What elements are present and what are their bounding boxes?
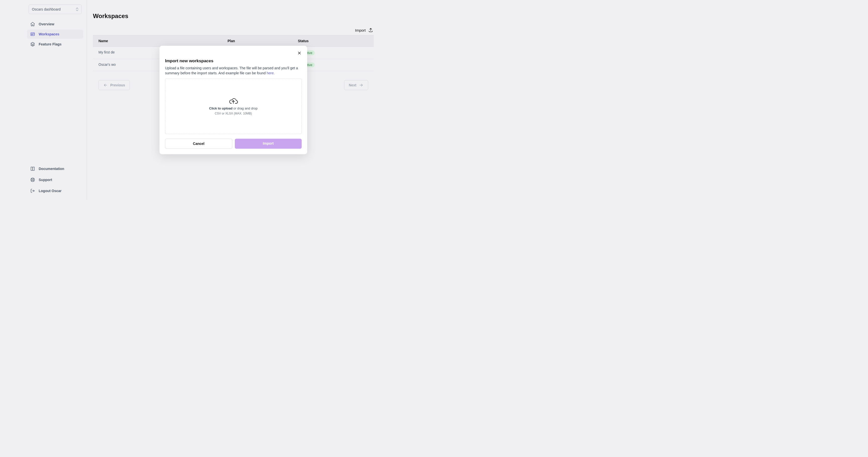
cancel-button[interactable]: Cancel <box>165 139 232 149</box>
sidebar-item-logout[interactable]: Logout Oscar <box>27 186 83 195</box>
column-header-status: Status <box>298 39 368 43</box>
sidebar-item-label: Logout Oscar <box>39 189 62 193</box>
lifebuoy-icon <box>30 177 35 182</box>
account-selector-label: Oscars dashboard <box>32 7 61 11</box>
import-modal: Import new workspaces Upload a file cont… <box>159 46 307 154</box>
import-submit-button[interactable]: Import <box>235 139 302 149</box>
cell-status: Active <box>298 63 368 68</box>
sidebar-item-label: Workspaces <box>39 32 59 36</box>
close-icon <box>297 51 302 55</box>
table-header-row: Name Plan Status <box>93 35 374 47</box>
sidebar-item-documentation[interactable]: Documentation <box>27 164 83 173</box>
sidebar-bottom: Documentation Support Logout Oscar <box>27 164 83 195</box>
previous-button-label: Previous <box>110 83 125 87</box>
page-title: Workspaces <box>93 12 374 20</box>
upload-instruction: Click to upload or drag and drop <box>209 106 258 110</box>
account-selector[interactable]: Oscars dashboard <box>29 4 82 14</box>
layers-icon <box>30 42 35 47</box>
arrow-right-icon <box>359 83 364 87</box>
sidebar-item-label: Feature Flags <box>39 42 62 46</box>
previous-button[interactable]: Previous <box>98 80 130 90</box>
sidebar-item-support[interactable]: Support <box>27 175 83 184</box>
upload-dropzone[interactable]: Click to upload or drag and drop CSV or … <box>165 78 302 134</box>
sidebar: Oscars dashboard Overview Workspaces <box>0 0 87 200</box>
svg-point-1 <box>32 34 32 34</box>
column-header-plan: Plan <box>227 39 298 43</box>
sidebar-item-label: Documentation <box>39 167 64 171</box>
sidebar-item-workspaces[interactable]: Workspaces <box>27 30 83 39</box>
import-button-label: Import <box>355 28 366 32</box>
upload-constraints: CSV or XLSX (MAX. 10MB) <box>215 112 252 115</box>
modal-actions: Cancel Import <box>165 139 302 149</box>
next-button[interactable]: Next <box>344 80 368 90</box>
sidebar-item-label: Support <box>39 178 52 182</box>
modal-description: Upload a file containing users and works… <box>165 66 302 76</box>
book-icon <box>30 166 35 171</box>
id-card-icon <box>30 32 35 37</box>
sidebar-nav: Overview Workspaces Feature Flags <box>27 20 83 49</box>
close-button[interactable] <box>165 51 302 55</box>
sidebar-item-feature-flags[interactable]: Feature Flags <box>27 40 83 49</box>
home-icon <box>30 22 35 27</box>
main-content: Workspaces Import Name Plan Status My fi… <box>87 0 380 200</box>
import-button[interactable]: Import <box>354 27 374 34</box>
chevrons-updown-icon <box>76 7 79 11</box>
column-header-name: Name <box>98 39 227 43</box>
sidebar-item-label: Overview <box>39 22 54 26</box>
example-file-link[interactable]: here. <box>267 71 275 75</box>
toolbar: Import <box>93 27 374 34</box>
cloud-upload-icon <box>228 97 238 105</box>
next-button-label: Next <box>349 83 356 87</box>
cell-status: Active <box>298 50 368 55</box>
arrow-left-icon <box>103 83 108 87</box>
logout-icon <box>30 188 35 193</box>
sidebar-item-overview[interactable]: Overview <box>27 20 83 29</box>
upload-icon <box>368 28 373 33</box>
modal-title: Import new workspaces <box>165 59 302 64</box>
